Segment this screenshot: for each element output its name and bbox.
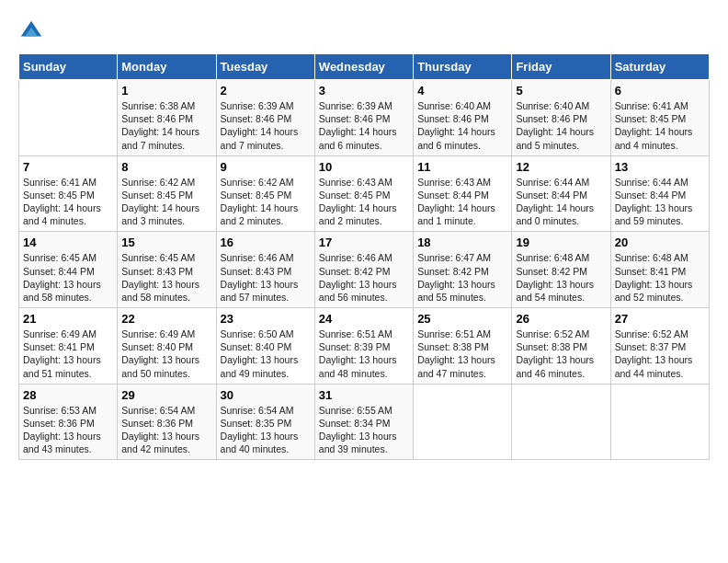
day-number: 6 [615, 84, 705, 98]
day-info: Sunrise: 6:43 AM Sunset: 8:44 PM Dayligh… [417, 176, 507, 228]
day-number: 10 [319, 160, 409, 174]
calendar-cell: 14Sunrise: 6:45 AM Sunset: 8:44 PM Dayli… [19, 232, 118, 308]
day-number: 13 [615, 160, 705, 174]
calendar-cell: 27Sunrise: 6:52 AM Sunset: 8:37 PM Dayli… [610, 308, 709, 385]
page-header [18, 18, 710, 44]
header-day-friday: Friday [512, 54, 610, 80]
day-number: 8 [121, 160, 211, 174]
header-day-saturday: Saturday [610, 54, 709, 80]
day-number: 21 [23, 312, 113, 326]
day-number: 18 [417, 236, 507, 249]
calendar-cell: 16Sunrise: 6:46 AM Sunset: 8:43 PM Dayli… [216, 232, 314, 308]
header-day-wednesday: Wednesday [314, 54, 413, 80]
day-number: 23 [221, 312, 311, 326]
calendar-cell: 28Sunrise: 6:53 AM Sunset: 8:36 PM Dayli… [19, 384, 118, 460]
day-number: 30 [221, 388, 311, 402]
calendar-week-0: 1Sunrise: 6:38 AM Sunset: 8:46 PM Daylig… [19, 80, 710, 156]
calendar-cell: 8Sunrise: 6:42 AM Sunset: 8:45 PM Daylig… [118, 155, 216, 232]
calendar-cell: 31Sunrise: 6:55 AM Sunset: 8:34 PM Dayli… [314, 384, 413, 460]
calendar-cell: 25Sunrise: 6:51 AM Sunset: 8:38 PM Dayli… [414, 308, 512, 385]
day-number: 4 [417, 84, 507, 98]
calendar-cell: 6Sunrise: 6:41 AM Sunset: 8:45 PM Daylig… [610, 80, 709, 156]
day-info: Sunrise: 6:47 AM Sunset: 8:42 PM Dayligh… [417, 251, 507, 304]
day-number: 3 [319, 84, 409, 98]
day-info: Sunrise: 6:46 AM Sunset: 8:42 PM Dayligh… [319, 251, 409, 304]
day-info: Sunrise: 6:54 AM Sunset: 8:35 PM Dayligh… [221, 404, 311, 456]
day-number: 15 [121, 236, 211, 249]
calendar-cell: 10Sunrise: 6:43 AM Sunset: 8:45 PM Dayli… [314, 155, 413, 232]
calendar-cell: 30Sunrise: 6:54 AM Sunset: 8:35 PM Dayli… [216, 384, 314, 460]
calendar-cell: 19Sunrise: 6:48 AM Sunset: 8:42 PM Dayli… [512, 232, 610, 308]
calendar-cell [512, 384, 610, 460]
day-number: 24 [319, 312, 409, 326]
calendar-cell: 3Sunrise: 6:39 AM Sunset: 8:46 PM Daylig… [314, 80, 413, 156]
calendar-cell [19, 80, 118, 156]
calendar-cell: 29Sunrise: 6:54 AM Sunset: 8:36 PM Dayli… [118, 384, 216, 460]
calendar-week-4: 28Sunrise: 6:53 AM Sunset: 8:36 PM Dayli… [19, 384, 710, 460]
calendar-cell: 7Sunrise: 6:41 AM Sunset: 8:45 PM Daylig… [19, 155, 118, 232]
day-number: 2 [221, 84, 311, 98]
calendar-cell: 24Sunrise: 6:51 AM Sunset: 8:39 PM Dayli… [314, 308, 413, 385]
calendar-cell: 9Sunrise: 6:42 AM Sunset: 8:45 PM Daylig… [216, 155, 314, 232]
calendar-cell: 18Sunrise: 6:47 AM Sunset: 8:42 PM Dayli… [414, 232, 512, 308]
day-info: Sunrise: 6:52 AM Sunset: 8:37 PM Dayligh… [615, 327, 705, 380]
day-number: 14 [23, 236, 113, 249]
day-info: Sunrise: 6:42 AM Sunset: 8:45 PM Dayligh… [221, 176, 311, 228]
logo-icon [18, 18, 44, 44]
calendar-week-1: 7Sunrise: 6:41 AM Sunset: 8:45 PM Daylig… [19, 155, 710, 232]
day-info: Sunrise: 6:53 AM Sunset: 8:36 PM Dayligh… [23, 404, 113, 456]
day-info: Sunrise: 6:46 AM Sunset: 8:43 PM Dayligh… [221, 251, 311, 304]
calendar-cell: 11Sunrise: 6:43 AM Sunset: 8:44 PM Dayli… [414, 155, 512, 232]
calendar-cell: 2Sunrise: 6:39 AM Sunset: 8:46 PM Daylig… [216, 80, 314, 156]
calendar-cell: 15Sunrise: 6:45 AM Sunset: 8:43 PM Dayli… [118, 232, 216, 308]
day-number: 27 [615, 312, 705, 326]
calendar-cell: 4Sunrise: 6:40 AM Sunset: 8:46 PM Daylig… [414, 80, 512, 156]
day-info: Sunrise: 6:49 AM Sunset: 8:40 PM Dayligh… [121, 327, 211, 380]
day-number: 9 [221, 160, 311, 174]
day-info: Sunrise: 6:41 AM Sunset: 8:45 PM Dayligh… [23, 176, 113, 228]
day-info: Sunrise: 6:45 AM Sunset: 8:43 PM Dayligh… [121, 251, 211, 304]
day-number: 7 [23, 160, 113, 174]
calendar-cell [414, 384, 512, 460]
day-number: 22 [121, 312, 211, 326]
calendar-cell: 17Sunrise: 6:46 AM Sunset: 8:42 PM Dayli… [314, 232, 413, 308]
day-number: 29 [121, 388, 211, 402]
day-info: Sunrise: 6:39 AM Sunset: 8:46 PM Dayligh… [221, 99, 311, 152]
day-info: Sunrise: 6:51 AM Sunset: 8:38 PM Dayligh… [417, 327, 507, 380]
day-info: Sunrise: 6:44 AM Sunset: 8:44 PM Dayligh… [615, 176, 705, 228]
calendar-week-2: 14Sunrise: 6:45 AM Sunset: 8:44 PM Dayli… [19, 232, 710, 308]
day-number: 31 [319, 388, 409, 402]
calendar-cell: 21Sunrise: 6:49 AM Sunset: 8:41 PM Dayli… [19, 308, 118, 385]
day-number: 25 [417, 312, 507, 326]
day-number: 28 [23, 388, 113, 402]
day-number: 19 [516, 236, 606, 249]
calendar-cell: 1Sunrise: 6:38 AM Sunset: 8:46 PM Daylig… [118, 80, 216, 156]
day-info: Sunrise: 6:49 AM Sunset: 8:41 PM Dayligh… [23, 327, 113, 380]
day-info: Sunrise: 6:42 AM Sunset: 8:45 PM Dayligh… [121, 176, 211, 228]
calendar-cell: 5Sunrise: 6:40 AM Sunset: 8:46 PM Daylig… [512, 80, 610, 156]
calendar-cell: 12Sunrise: 6:44 AM Sunset: 8:44 PM Dayli… [512, 155, 610, 232]
day-info: Sunrise: 6:54 AM Sunset: 8:36 PM Dayligh… [121, 404, 211, 456]
day-info: Sunrise: 6:45 AM Sunset: 8:44 PM Dayligh… [23, 251, 113, 304]
header-day-monday: Monday [118, 54, 216, 80]
day-info: Sunrise: 6:48 AM Sunset: 8:42 PM Dayligh… [516, 251, 606, 304]
day-number: 17 [319, 236, 409, 249]
calendar-week-3: 21Sunrise: 6:49 AM Sunset: 8:41 PM Dayli… [19, 308, 710, 385]
calendar-cell: 20Sunrise: 6:48 AM Sunset: 8:41 PM Dayli… [610, 232, 709, 308]
day-number: 12 [516, 160, 606, 174]
day-info: Sunrise: 6:52 AM Sunset: 8:38 PM Dayligh… [516, 327, 606, 380]
day-info: Sunrise: 6:48 AM Sunset: 8:41 PM Dayligh… [615, 251, 705, 304]
day-info: Sunrise: 6:38 AM Sunset: 8:46 PM Dayligh… [121, 99, 211, 152]
day-number: 1 [121, 84, 211, 98]
day-info: Sunrise: 6:39 AM Sunset: 8:46 PM Dayligh… [319, 99, 409, 152]
day-info: Sunrise: 6:55 AM Sunset: 8:34 PM Dayligh… [319, 404, 409, 456]
day-info: Sunrise: 6:40 AM Sunset: 8:46 PM Dayligh… [417, 99, 507, 152]
header-row: SundayMondayTuesdayWednesdayThursdayFrid… [19, 54, 710, 80]
day-number: 26 [516, 312, 606, 326]
day-info: Sunrise: 6:51 AM Sunset: 8:39 PM Dayligh… [319, 327, 409, 380]
day-number: 16 [221, 236, 311, 249]
day-info: Sunrise: 6:41 AM Sunset: 8:45 PM Dayligh… [615, 99, 705, 152]
day-number: 5 [516, 84, 606, 98]
calendar-header: SundayMondayTuesdayWednesdayThursdayFrid… [19, 54, 710, 80]
day-info: Sunrise: 6:40 AM Sunset: 8:46 PM Dayligh… [516, 99, 606, 152]
